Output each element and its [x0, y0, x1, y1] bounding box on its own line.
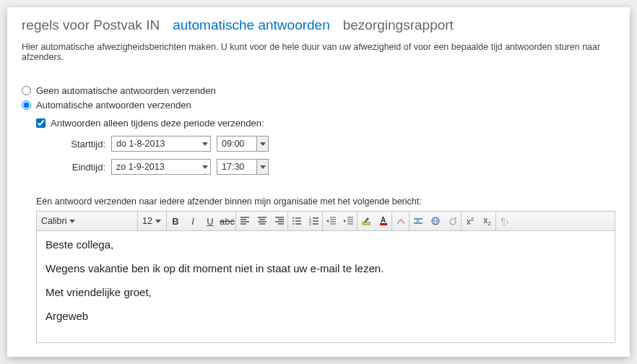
checkbox-period-input[interactable] — [36, 118, 46, 128]
settings-panel: regels voor Postvak IN automatische antw… — [7, 7, 630, 357]
svg-point-6 — [292, 217, 294, 219]
end-time-value: 17:30 — [217, 162, 256, 172]
svg-text:A: A — [381, 216, 386, 224]
strikethrough-button[interactable]: abc — [219, 212, 236, 230]
message-line: Met vriendelijke groet, — [46, 286, 606, 298]
chevron-down-icon — [256, 136, 268, 151]
tab-inbox-rules[interactable]: regels voor Postvak IN — [22, 17, 160, 33]
highlight-button[interactable] — [358, 212, 375, 230]
svg-marker-4 — [69, 220, 75, 223]
svg-rect-14 — [363, 222, 370, 225]
end-label: Eindtijd: — [56, 162, 105, 173]
chevron-down-icon — [199, 160, 210, 174]
svg-text:A: A — [416, 218, 420, 223]
indent-button[interactable] — [340, 212, 358, 230]
svg-marker-1 — [260, 142, 266, 146]
chevron-down-icon — [199, 136, 210, 151]
font-color-button[interactable]: A — [375, 212, 392, 230]
superscript-button[interactable]: x2 — [462, 212, 479, 230]
number-list-button[interactable]: 123 — [306, 212, 323, 230]
svg-marker-13 — [344, 220, 346, 222]
bold-button[interactable]: B — [167, 212, 184, 230]
outdent-button[interactable] — [323, 212, 340, 230]
start-time-row: Starttijd: do 1-8-2013 09:00 — [56, 136, 615, 152]
radio-send-auto-reply-label: Automatische antwoorden verzenden — [36, 100, 191, 110]
end-time-row: Eindtijd: zo 1-9-2013 17:30 — [56, 159, 615, 175]
link-button[interactable] — [427, 212, 444, 230]
font-size-value: 12 — [142, 216, 152, 226]
message-line: Wegens vakantie ben ik op dit moment nie… — [46, 262, 606, 274]
svg-text:3: 3 — [309, 222, 311, 226]
end-time-combo[interactable]: 17:30 — [217, 159, 269, 175]
start-time-combo[interactable]: 09:00 — [217, 136, 269, 152]
svg-marker-12 — [326, 220, 329, 222]
ltr-button[interactable]: ¶› — [496, 212, 514, 230]
rule-button[interactable]: A — [410, 212, 427, 230]
radio-send-auto-reply-input[interactable] — [22, 100, 31, 110]
unlink-button[interactable] — [444, 212, 462, 230]
svg-marker-0 — [202, 142, 208, 146]
align-center-button[interactable] — [254, 212, 271, 230]
align-left-button[interactable] — [236, 212, 254, 230]
svg-point-7 — [292, 220, 294, 222]
underline-button[interactable]: U — [202, 212, 219, 230]
chevron-down-icon — [256, 160, 268, 174]
radio-no-auto-reply-input[interactable] — [22, 86, 31, 95]
end-date-combo[interactable]: zo 1-9-2013 — [111, 159, 211, 175]
svg-rect-16 — [380, 223, 387, 225]
tab-delivery-report[interactable]: bezorgingsrapport — [343, 17, 454, 33]
subscript-button[interactable]: x2 — [479, 212, 496, 230]
font-select-value: Calibri — [41, 216, 66, 226]
message-line: Argeweb — [46, 310, 606, 322]
align-right-button[interactable] — [271, 212, 288, 230]
checkbox-period-label: Antwoorden alleen tijdens deze periode v… — [51, 118, 264, 129]
internal-reply-label: Eén antwoord verzenden naar iedere afzen… — [36, 196, 615, 207]
svg-marker-5 — [155, 220, 161, 223]
clear-format-button[interactable] — [392, 212, 410, 230]
italic-button[interactable]: I — [184, 212, 202, 230]
message-editor[interactable]: Beste collega, Wegens vakantie ben ik op… — [36, 231, 615, 343]
tab-automatic-replies[interactable]: automatische antwoorden — [173, 17, 330, 33]
radio-no-auto-reply-label: Geen automatische antwoorden verzenden — [36, 85, 216, 96]
start-time-value: 09:00 — [217, 139, 256, 149]
svg-marker-3 — [260, 165, 266, 169]
bullet-list-button[interactable] — [288, 212, 306, 230]
radio-no-auto-reply[interactable]: Geen automatische antwoorden verzenden — [22, 85, 615, 96]
radio-send-auto-reply[interactable]: Automatische antwoorden verzenden — [22, 100, 615, 110]
checkbox-period[interactable]: Antwoorden alleen tijdens deze periode v… — [36, 118, 615, 129]
svg-point-8 — [292, 223, 294, 225]
svg-marker-2 — [202, 165, 208, 169]
start-date-combo[interactable]: do 1-8-2013 — [111, 136, 211, 152]
start-date-value: do 1-8-2013 — [112, 139, 199, 149]
font-select[interactable]: Calibri — [37, 212, 138, 230]
start-label: Starttijd: — [56, 139, 105, 150]
message-line: Beste collega, — [46, 238, 606, 251]
editor-toolbar: Calibri 12 B I U abc 123 A A x2 x2 ¶› — [36, 211, 615, 231]
end-date-value: zo 1-9-2013 — [112, 162, 199, 172]
svg-point-19 — [450, 219, 456, 225]
font-size-select[interactable]: 12 — [138, 212, 167, 230]
tabs: regels voor Postvak IN automatische antw… — [22, 17, 615, 33]
intro-text: Hier automatische afwezigheidsberichten … — [22, 42, 615, 62]
